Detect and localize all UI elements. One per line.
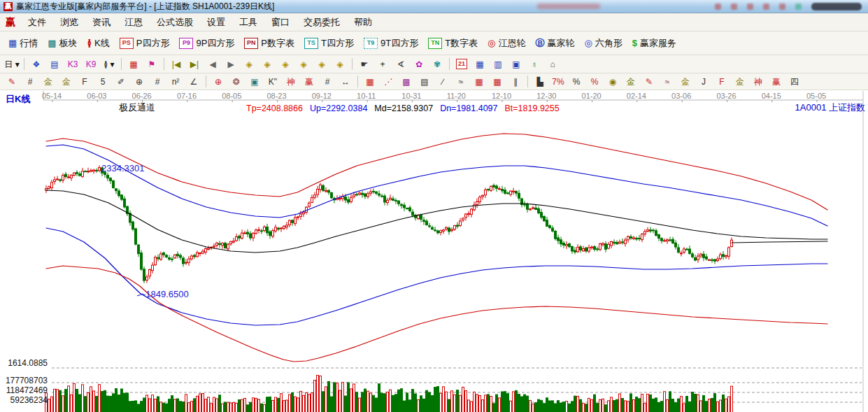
grid-123-icon[interactable]: # bbox=[318, 76, 336, 88]
menu-item-浏览[interactable]: 浏览 bbox=[53, 14, 85, 31]
first-bar-icon[interactable]: |◀ bbox=[167, 57, 185, 71]
circle-target-icon[interactable]: ⊕ bbox=[209, 76, 227, 88]
red-grid3-icon[interactable]: ▦ bbox=[488, 76, 506, 88]
flag-chart-icon[interactable]: ⚑ bbox=[143, 57, 161, 71]
p-square-button[interactable]: PSP四方形 bbox=[115, 35, 174, 52]
kline-chart-canvas[interactable] bbox=[0, 90, 868, 412]
formula-icon[interactable]: ❖ bbox=[27, 57, 45, 71]
n2-grid-icon[interactable]: n² bbox=[166, 76, 185, 88]
zigzag-icon[interactable]: ≈ bbox=[452, 76, 470, 88]
zoom-in-icon[interactable]: ◈ bbox=[294, 57, 313, 71]
crosshair-icon[interactable]: + bbox=[373, 57, 392, 71]
gold-angle2-icon[interactable]: 金 bbox=[731, 76, 749, 88]
winner-wheel-button[interactable]: Ⓑ赢家轮 bbox=[531, 35, 578, 52]
f-angle-icon[interactable]: F bbox=[713, 76, 731, 88]
zoom-right-icon[interactable]: ◈ bbox=[258, 57, 276, 71]
menu-item-公式选股[interactable]: 公式选股 bbox=[150, 14, 200, 31]
angle-measure-icon[interactable]: ∢ bbox=[392, 57, 410, 71]
menu-item-文件[interactable]: 文件 bbox=[21, 14, 53, 31]
f-grid-icon[interactable]: F bbox=[76, 76, 94, 88]
gann-flower-icon[interactable]: ✿ bbox=[410, 57, 428, 71]
gann-circle-icon[interactable]: ⊕ bbox=[130, 76, 148, 88]
angle-ruler-icon[interactable]: ∠ bbox=[185, 76, 203, 88]
menu-item-交易委托[interactable]: 交易委托 bbox=[297, 14, 347, 31]
info-doc-icon[interactable]: ▤ bbox=[45, 57, 64, 71]
prev-bar-icon[interactable]: ◀ bbox=[204, 57, 222, 71]
gold-grid2-icon[interactable]: 金 bbox=[57, 76, 76, 88]
j-angle-icon[interactable]: J bbox=[695, 76, 713, 88]
pen-measure-icon[interactable]: ✐ bbox=[112, 76, 130, 88]
last-bar-icon[interactable]: ▶| bbox=[185, 57, 204, 71]
9p-square-button[interactable]: P99P四方形 bbox=[175, 35, 239, 52]
gold-level-icon[interactable]: 金 bbox=[622, 76, 640, 88]
ying-angle-icon[interactable]: 赢 bbox=[767, 76, 785, 88]
brain-icon[interactable]: ✾ bbox=[428, 57, 446, 71]
p-number-table-button[interactable]: PNP数字表 bbox=[240, 35, 299, 52]
sectors-button[interactable]: ▩板块 bbox=[43, 35, 81, 52]
gold-angle-icon[interactable]: 金 bbox=[676, 76, 695, 88]
menu-item-窗口[interactable]: 窗口 bbox=[264, 14, 297, 31]
hand-tool-icon[interactable]: ☛ bbox=[355, 57, 373, 71]
zoom-out-icon[interactable]: ◈ bbox=[331, 57, 349, 71]
web-target-icon[interactable]: ❂ bbox=[227, 76, 246, 88]
shen-grid-icon[interactable]: 神 bbox=[282, 76, 300, 88]
zoom-cross-icon[interactable]: ◈ bbox=[313, 57, 331, 71]
si-angle-icon[interactable]: 四 bbox=[785, 76, 804, 88]
menu-item-帮助[interactable]: 帮助 bbox=[347, 14, 379, 31]
workstation-icon[interactable]: ⌂ bbox=[543, 57, 562, 71]
gann-wheel-button[interactable]: ◎江恩轮 bbox=[483, 35, 529, 52]
notes-icon[interactable]: ▥ bbox=[489, 57, 507, 71]
toolbar-separator bbox=[527, 76, 528, 87]
percent-line-icon[interactable]: % bbox=[585, 76, 604, 88]
hexagon-button[interactable]: ◎六角形 bbox=[580, 35, 626, 52]
wave-tool-icon[interactable]: ≈ bbox=[658, 76, 676, 88]
k-quote-icon[interactable]: K" bbox=[264, 76, 282, 88]
chart-panel[interactable]: 日K线 05-1406-0306-2607-1608-0508-2309-121… bbox=[0, 90, 868, 412]
box-target-icon[interactable]: ▣ bbox=[246, 76, 264, 88]
red-grid2-icon[interactable]: ▦ bbox=[470, 76, 488, 88]
period-dropdown[interactable]: 日 ▾ bbox=[3, 57, 21, 71]
t-square-button[interactable]: TST四方形 bbox=[300, 35, 358, 52]
parallel-lines-icon[interactable]: ∥ bbox=[506, 76, 525, 88]
percent7-icon[interactable]: 7% bbox=[549, 76, 567, 88]
menu-item-工具[interactable]: 工具 bbox=[232, 14, 264, 31]
calculator-icon[interactable]: ▦ bbox=[471, 57, 489, 71]
red-frame-icon[interactable]: ▦ bbox=[361, 76, 379, 88]
next-bar-icon[interactable]: ▶ bbox=[222, 57, 240, 71]
zoom-horizontal-icon[interactable]: ◈ bbox=[276, 57, 294, 71]
red-fan-icon[interactable]: ⋰ bbox=[379, 76, 397, 88]
winner-service-button[interactable]: $赢家服务 bbox=[628, 35, 681, 52]
menu-item-江恩[interactable]: 江恩 bbox=[118, 14, 150, 31]
box-rays-icon[interactable]: ▤ bbox=[415, 76, 434, 88]
box-fan-icon[interactable]: ▩ bbox=[397, 76, 415, 88]
menu-item-资讯[interactable]: 资讯 bbox=[85, 14, 118, 31]
brush-tool-icon[interactable]: ✎ bbox=[3, 76, 21, 88]
percent-icon[interactable]: % bbox=[567, 76, 585, 88]
grid-scale-icon[interactable]: # bbox=[21, 76, 39, 88]
gold-ring-icon[interactable]: ◉ bbox=[604, 76, 622, 88]
zoom-left-icon[interactable]: ◈ bbox=[240, 57, 258, 71]
five-grid-icon[interactable]: 5 bbox=[94, 76, 112, 88]
hash-scale-icon[interactable]: # bbox=[148, 76, 166, 88]
gold-grid-icon[interactable]: 金 bbox=[39, 76, 57, 88]
shen-angle-icon[interactable]: 神 bbox=[749, 76, 767, 88]
bars-9-icon[interactable]: K9 bbox=[82, 57, 100, 71]
trend-line-icon[interactable]: ∕ bbox=[434, 76, 452, 88]
brush2-icon[interactable]: ✎ bbox=[640, 76, 658, 88]
bars-3-icon[interactable]: K3 bbox=[64, 57, 82, 71]
titlebar-blurred-text bbox=[537, 3, 600, 9]
menubar: 赢 文件浏览资讯江恩公式选股设置工具窗口交易委托帮助 bbox=[0, 13, 868, 31]
kline-button[interactable]: ≬K线 bbox=[83, 35, 114, 52]
pattern-grid-icon[interactable]: ▦ bbox=[124, 57, 143, 71]
ying-grid-icon[interactable]: 赢 bbox=[300, 76, 318, 88]
save-icon[interactable]: ▣ bbox=[507, 57, 525, 71]
menu-item-设置[interactable]: 设置 bbox=[200, 14, 232, 31]
stats-panel-icon[interactable]: ▙ bbox=[531, 76, 549, 88]
network-icon[interactable]: ♁ bbox=[525, 57, 543, 71]
9t-square-button[interactable]: T99T四方形 bbox=[360, 35, 422, 52]
t-number-table-button[interactable]: TNT数字表 bbox=[424, 35, 482, 52]
quotes-button[interactable]: ▦行情 bbox=[4, 35, 42, 52]
candle-style-dropdown[interactable]: ≬ ▾ bbox=[100, 57, 118, 71]
span-arrows-icon[interactable]: ↔ bbox=[336, 76, 355, 88]
calendar-icon[interactable]: 21 bbox=[453, 57, 471, 71]
